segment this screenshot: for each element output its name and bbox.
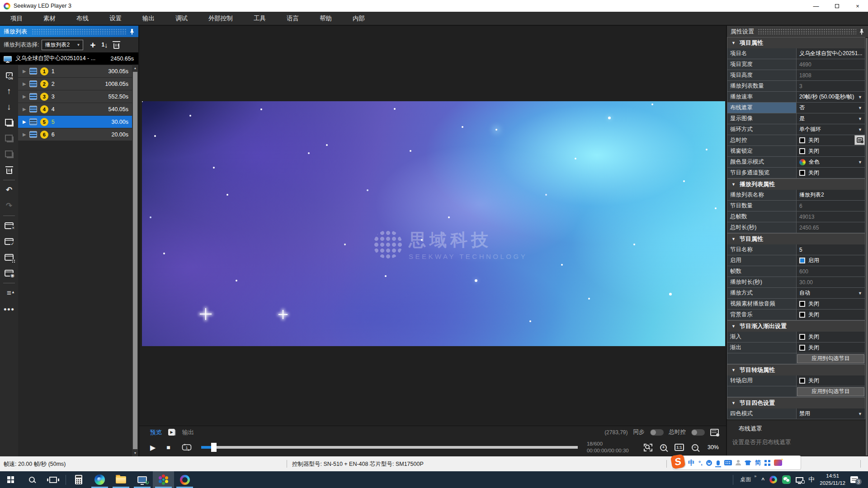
schedule-icon[interactable] bbox=[710, 429, 719, 436]
section-header[interactable]: ▼播放列表属性 bbox=[727, 178, 865, 190]
property-select[interactable]: 禁用▼ bbox=[797, 408, 865, 419]
checkbox-icon[interactable] bbox=[799, 258, 805, 263]
more-button[interactable]: ●●● bbox=[0, 301, 18, 317]
restore-button[interactable] bbox=[826, 0, 847, 12]
menu-item-11[interactable]: 内部 bbox=[342, 12, 375, 25]
progress-handle[interactable] bbox=[211, 443, 217, 452]
property-label[interactable]: 四色模式 bbox=[727, 408, 797, 419]
section-header[interactable]: ▼节目转场属性 bbox=[727, 364, 865, 375]
taskbar-app-remote-desktop[interactable] bbox=[132, 471, 153, 488]
property-label[interactable]: 项目高度 bbox=[727, 70, 797, 81]
checkbox-icon[interactable] bbox=[799, 170, 805, 176]
tab-output[interactable]: 输出 bbox=[182, 428, 194, 436]
property-checkbox[interactable]: 关闭 bbox=[797, 146, 865, 157]
notification-center-icon[interactable]: 3 bbox=[850, 476, 858, 483]
menu-item-8[interactable]: 工具 bbox=[243, 12, 276, 25]
program-preview-button[interactable]: ◉ bbox=[0, 265, 18, 281]
menu-item-4[interactable]: 设置 bbox=[99, 12, 132, 25]
property-label[interactable]: 启用 bbox=[727, 255, 797, 266]
play-window-icon[interactable]: ▶ bbox=[168, 429, 175, 436]
checkbox-icon[interactable] bbox=[799, 301, 805, 307]
pin-icon[interactable] bbox=[129, 28, 135, 35]
total-time-toggle[interactable] bbox=[691, 429, 705, 436]
undo-button[interactable]: ↶ bbox=[0, 182, 18, 198]
property-label[interactable]: 总帧数 bbox=[727, 211, 797, 222]
play-button[interactable]: ▶ bbox=[150, 443, 156, 452]
scrollbar-thumb[interactable] bbox=[866, 38, 868, 455]
taskbar-app-file-explorer[interactable] bbox=[110, 471, 132, 488]
section-header[interactable]: ▼节目渐入渐出设置 bbox=[727, 320, 865, 332]
ime-punctuation-icon[interactable]: °, bbox=[698, 460, 703, 466]
close-button[interactable]: × bbox=[847, 0, 868, 12]
paste-special-button[interactable] bbox=[0, 146, 18, 162]
account-icon[interactable] bbox=[736, 460, 741, 465]
checkbox-icon[interactable] bbox=[799, 345, 805, 351]
expand-arrow-icon[interactable]: ▶ bbox=[23, 94, 26, 99]
menu-item-5[interactable]: 输出 bbox=[132, 12, 165, 25]
sogou-logo-icon[interactable]: S bbox=[670, 454, 686, 469]
property-label[interactable] bbox=[727, 353, 797, 364]
menu-item-10[interactable]: 帮助 bbox=[309, 12, 342, 25]
sort-list-button[interactable]: ≡▲ bbox=[0, 285, 18, 301]
property-label[interactable]: 视频素材播放音频 bbox=[727, 299, 797, 310]
property-label[interactable]: 显示图像 bbox=[727, 113, 797, 124]
property-checkbox[interactable]: 关闭 bbox=[797, 343, 865, 353]
checkbox-icon[interactable] bbox=[799, 312, 805, 318]
sync-toggle[interactable] bbox=[650, 429, 664, 436]
expand-arrow-icon[interactable]: ▶ bbox=[23, 107, 26, 112]
playlist-item[interactable]: ▶33552.50s bbox=[18, 90, 132, 103]
program-tile-button[interactable] bbox=[0, 249, 18, 265]
ime-simplified-mode[interactable]: 简 bbox=[755, 459, 761, 467]
checkbox-icon[interactable] bbox=[799, 334, 805, 340]
section-header[interactable]: ▼项目属性 bbox=[727, 37, 865, 48]
property-label[interactable]: 颜色显示模式 bbox=[727, 157, 797, 168]
program-check-button[interactable]: ✓ bbox=[0, 234, 18, 249]
microphone-icon[interactable] bbox=[717, 460, 720, 465]
property-label[interactable]: 播放方式 bbox=[727, 288, 797, 299]
property-checkbox[interactable]: 关闭 bbox=[797, 135, 865, 146]
property-select[interactable]: 全色▼ bbox=[797, 157, 865, 168]
move-down-button[interactable]: ↓ bbox=[0, 99, 18, 115]
hidden-icons-chevron[interactable]: ^ bbox=[761, 477, 764, 483]
scroll-down-icon[interactable]: ▼ bbox=[132, 450, 138, 456]
playlist-select[interactable]: 播放列表2 ▼ bbox=[42, 40, 83, 50]
zoom-in-icon[interactable]: + bbox=[660, 444, 667, 451]
sort-playlist-button[interactable]: 1↓ bbox=[99, 39, 110, 51]
taskbar-lang-indicator[interactable]: 中 bbox=[808, 476, 815, 484]
program-reorder-button[interactable]: × bbox=[0, 218, 18, 234]
property-label[interactable]: 播放时长(秒) bbox=[727, 277, 797, 288]
property-checkbox[interactable]: 关闭 bbox=[797, 299, 865, 310]
schedule-button[interactable] bbox=[854, 135, 865, 145]
overflow-icon[interactable]: » bbox=[754, 474, 756, 479]
scrollbar-thumb[interactable] bbox=[133, 72, 137, 449]
skin-icon[interactable] bbox=[745, 460, 751, 465]
property-label[interactable]: 渐入 bbox=[727, 332, 797, 343]
checkbox-icon[interactable] bbox=[799, 378, 805, 384]
apply-to-checked-button[interactable]: 应用到勾选节目 bbox=[797, 354, 864, 363]
property-label[interactable]: 总时长(秒) bbox=[727, 222, 797, 233]
paste-button[interactable] bbox=[0, 131, 18, 146]
property-label[interactable]: 视窗锁定 bbox=[727, 146, 797, 157]
progress-slider[interactable] bbox=[201, 446, 578, 449]
expand-arrow-icon[interactable]: ▶ bbox=[23, 119, 26, 124]
property-label[interactable]: 项目宽度 bbox=[727, 59, 797, 70]
project-row[interactable]: 义乌全球自贸中心20251014 - ... 2450.65s bbox=[0, 52, 138, 65]
expand-arrow-icon[interactable]: ▶ bbox=[23, 81, 26, 86]
property-label[interactable] bbox=[727, 386, 797, 397]
minimize-button[interactable]: — bbox=[806, 0, 826, 12]
desktop-toolbar[interactable]: 桌面» bbox=[740, 476, 756, 483]
ime-badge-icon[interactable] bbox=[774, 460, 782, 466]
property-label[interactable]: 播放列表数量 bbox=[727, 81, 797, 92]
copy-button[interactable] bbox=[0, 115, 18, 131]
section-header[interactable]: ▼节目属性 bbox=[727, 233, 865, 244]
checkbox-icon[interactable] bbox=[799, 148, 805, 154]
playlist-item[interactable]: ▶6620.00s bbox=[18, 128, 132, 141]
apply-to-checked-button[interactable]: 应用到勾选节目 bbox=[797, 387, 864, 396]
property-label[interactable]: 帧数 bbox=[727, 266, 797, 277]
property-label[interactable]: 节目名称 bbox=[727, 244, 797, 255]
playlist-item[interactable]: ▶11300.05s bbox=[18, 65, 132, 77]
property-label[interactable]: 布线遮罩 bbox=[727, 103, 797, 113]
property-label[interactable]: 播放速率 bbox=[727, 92, 797, 103]
menu-item-9[interactable]: 语言 bbox=[276, 12, 309, 25]
add-playlist-button[interactable]: + bbox=[87, 39, 99, 51]
